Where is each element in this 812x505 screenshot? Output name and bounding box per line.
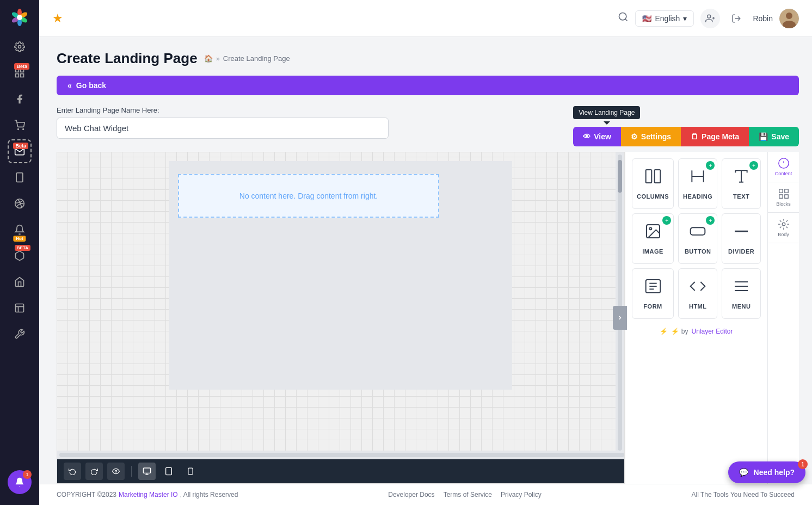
rights-text: , All rights Reserved [180, 491, 238, 498]
drop-zone[interactable]: No content here. Drag content from right… [178, 174, 439, 218]
preview-button[interactable] [107, 463, 125, 480]
lang-dropdown-icon: ▾ [683, 14, 687, 23]
breadcrumb-current: Create Landing Page [223, 54, 290, 63]
sidebar-item-cart[interactable] [8, 113, 32, 137]
settings-button[interactable]: ⚙ Settings [621, 127, 681, 146]
sidebar-item-packages[interactable]: BETA [8, 244, 32, 268]
bottom-toolbar [57, 459, 624, 483]
button-label: BUTTON [685, 248, 711, 255]
heading-icon [689, 168, 706, 189]
sidebar-item-facebook[interactable] [8, 87, 32, 111]
sidebar-item-google[interactable] [8, 192, 32, 215]
svg-point-23 [708, 15, 711, 18]
svg-rect-59 [784, 195, 788, 198]
avatar[interactable] [779, 9, 799, 28]
drop-zone-message: No content here. Drag content from right… [239, 192, 378, 200]
favorite-icon[interactable]: ★ [52, 11, 63, 26]
notification-button[interactable]: 1 [8, 470, 32, 494]
beta-badge-1: Beta [14, 63, 29, 70]
sidebar-item-analytics[interactable]: Beta [8, 61, 32, 85]
search-button[interactable] [618, 11, 629, 25]
html-item[interactable]: HTML [678, 268, 717, 319]
redo-button[interactable] [85, 463, 103, 480]
topbar: ★ 🇺🇸 English ▾ [39, 0, 812, 37]
footer-privacy[interactable]: Privacy Policy [501, 491, 542, 498]
sidebar-item-notifications[interactable]: Hot [8, 218, 32, 242]
tab-blocks[interactable]: Blocks [768, 182, 799, 213]
sidebar-item-email[interactable]: Beta [8, 139, 32, 163]
save-button[interactable]: 💾 Save [749, 127, 799, 146]
scrollbar-thumb[interactable] [618, 160, 622, 193]
svg-rect-15 [16, 173, 23, 182]
tablet-view-button[interactable] [160, 463, 177, 480]
image-add-icon: + [662, 216, 671, 225]
svg-point-28 [786, 13, 792, 19]
unlayer-link[interactable]: Unlayer Editor [691, 328, 733, 335]
menu-label: MENU [732, 303, 751, 310]
svg-rect-18 [16, 304, 24, 312]
logout-button[interactable] [727, 9, 746, 28]
unlayer-credit: ⚡ ⚡ by Unlayer Editor [632, 328, 761, 335]
form-icon [644, 278, 662, 299]
mobile-view-button[interactable] [182, 463, 199, 480]
svg-point-60 [782, 223, 785, 226]
sidebar: Beta Beta [0, 0, 39, 505]
divider-item[interactable]: DIVIDER [722, 213, 761, 264]
footer-terms[interactable]: Terms of Service [444, 491, 492, 498]
view-button[interactable]: 👁 View [573, 127, 621, 146]
page-meta-label: Page Meta [702, 132, 739, 141]
panel-collapse-handle[interactable] [613, 306, 627, 330]
page-name-input[interactable] [57, 118, 389, 139]
tab-body[interactable]: Body [768, 213, 799, 243]
help-widget[interactable]: 💬 Need help? 1 [728, 461, 805, 483]
text-add-icon: + [749, 161, 758, 170]
page-meta-button[interactable]: 🗒 Page Meta [681, 127, 749, 146]
sidebar-item-mobile[interactable] [8, 165, 32, 189]
panel-side-tabs: Content Blocks [767, 152, 799, 484]
sidebar-item-settings[interactable] [8, 35, 32, 59]
button-icon [689, 223, 706, 244]
language-label: English [655, 14, 680, 23]
tab-body-label: Body [778, 232, 789, 237]
sidebar-item-home[interactable] [8, 270, 32, 294]
view-label: View [594, 132, 611, 141]
footer: COPYRIGHT ©2023 Marketing Master IO , Al… [39, 484, 812, 505]
content-grid: COLUMNS + [632, 158, 761, 319]
form-item[interactable]: FORM [632, 268, 674, 319]
vertical-scrollbar[interactable] [616, 152, 624, 451]
go-back-button[interactable]: « Go back [57, 76, 799, 95]
svg-line-22 [625, 19, 628, 21]
notification-count: 1 [23, 470, 32, 479]
footer-dev-docs[interactable]: Developer Docs [388, 491, 434, 498]
breadcrumb-home-icon[interactable]: 🏠 [204, 54, 213, 63]
button-item[interactable]: + BUTTON [678, 213, 717, 264]
canvas-scroll-area[interactable]: No content here. Drag content from right… [57, 152, 624, 451]
tab-content[interactable]: Content [768, 152, 799, 182]
help-label: Need help? [754, 468, 795, 477]
menu-icon [733, 278, 750, 299]
text-icon [733, 168, 750, 189]
footer-tagline: All The Tools You Need To Succeed [692, 491, 795, 498]
image-item[interactable]: + IMAGE [632, 213, 674, 264]
language-selector[interactable]: 🇺🇸 English ▾ [635, 10, 694, 27]
menu-item[interactable]: MENU [722, 268, 761, 319]
heading-label: HEADING [683, 193, 712, 200]
invite-button[interactable] [700, 9, 720, 28]
columns-label: COLUMNS [637, 193, 669, 200]
horizontal-scrollbar[interactable] [57, 451, 624, 459]
text-item[interactable]: + TEXT [722, 158, 761, 209]
svg-point-7 [17, 15, 22, 20]
sidebar-item-docs[interactable] [8, 296, 32, 320]
canvas-inner: No content here. Drag content from right… [169, 161, 512, 390]
page-meta-icon: 🗒 [691, 132, 698, 141]
columns-item[interactable]: COLUMNS [632, 158, 674, 209]
h-scrollbar-track [59, 453, 624, 457]
desktop-view-button[interactable] [138, 463, 156, 480]
sidebar-item-tools[interactable] [8, 322, 32, 346]
action-buttons-row: 👁 View ⚙ Settings 🗒 Page Meta [573, 127, 799, 146]
app-logo[interactable] [9, 7, 30, 28]
undo-button[interactable] [64, 463, 81, 480]
heading-item[interactable]: + HEADING [678, 158, 717, 209]
company-link[interactable]: Marketing Master IO [119, 491, 178, 498]
svg-point-43 [649, 227, 651, 230]
